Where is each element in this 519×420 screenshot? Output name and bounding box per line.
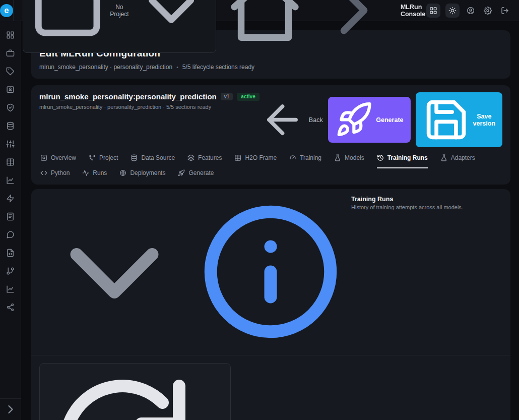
app-logo[interactable]: e xyxy=(0,0,14,21)
tab-label: Overview xyxy=(51,154,76,161)
tab-label: Deployments xyxy=(130,169,165,176)
tab-bar: OverviewProjectData SourceFeaturesH2O Fr… xyxy=(39,147,502,185)
workflows-icon xyxy=(6,303,15,312)
page-subtitle: mlrun_smoke_personality · personality_pr… xyxy=(39,64,502,71)
theme-toggle-icon xyxy=(448,7,457,15)
refresh-button[interactable]: Refresh xyxy=(39,363,231,420)
tab-h2o-frame[interactable]: H2O Frame xyxy=(234,154,277,168)
tab-features[interactable]: Features xyxy=(187,154,222,168)
automation-icon xyxy=(6,194,15,203)
overview-icon xyxy=(40,154,47,161)
sidebar-item-data[interactable] xyxy=(4,120,18,131)
activity-icon xyxy=(82,169,89,176)
code-files-icon xyxy=(6,249,15,257)
sidebar-item-versioning[interactable] xyxy=(4,265,18,276)
tab-label: Training xyxy=(300,154,321,161)
table-icon xyxy=(234,154,241,161)
folder-icon xyxy=(29,0,106,49)
chevron-right-icon xyxy=(313,0,395,51)
arrow-left-icon xyxy=(260,97,305,143)
tab-label: H2O Frame xyxy=(245,154,277,161)
tab-label: Data Source xyxy=(141,154,175,161)
tab-adapters[interactable]: Adapters xyxy=(440,154,475,168)
rocket-icon xyxy=(178,169,185,176)
collapse-section-button[interactable] xyxy=(39,198,190,349)
tab-label: Generate xyxy=(188,169,214,176)
chevron-right-icon xyxy=(4,402,18,416)
versioning-icon xyxy=(6,267,15,275)
layers-icon xyxy=(187,154,194,161)
tab-runs[interactable]: Runs xyxy=(82,169,107,184)
tab-deployments[interactable]: Deployments xyxy=(119,169,165,184)
settings-button[interactable] xyxy=(482,5,494,17)
home-icon xyxy=(224,0,305,51)
info-icon xyxy=(195,196,346,347)
generate-button[interactable]: Generate xyxy=(328,97,411,143)
sidebar-item-workflows[interactable] xyxy=(4,302,18,313)
project-selector-label: No Project xyxy=(110,4,128,18)
home-button[interactable] xyxy=(222,0,307,53)
tab-label: Training Runs xyxy=(387,154,428,161)
tab-label: Project xyxy=(99,154,118,161)
flask-icon xyxy=(334,154,341,161)
sidebar-item-code-files[interactable] xyxy=(4,247,18,258)
chevron-down-icon xyxy=(39,198,190,349)
sidebar xyxy=(0,21,21,420)
topbar-actions xyxy=(426,4,519,18)
pipelines-icon xyxy=(6,140,15,148)
sidebar-item-logs[interactable] xyxy=(4,211,18,222)
tab-generate[interactable]: Generate xyxy=(178,169,214,184)
save-version-button[interactable]: Save version xyxy=(416,92,503,147)
tab-label: Adapters xyxy=(451,154,475,161)
chat-icon xyxy=(6,230,15,239)
tab-training-runs[interactable]: Training Runs xyxy=(377,154,428,168)
sidebar-item-analytics[interactable] xyxy=(4,174,18,186)
project-icon xyxy=(89,154,96,161)
sidebar-item-tags[interactable] xyxy=(4,66,18,77)
tab-models[interactable]: Models xyxy=(334,154,364,168)
project-selector[interactable]: No Project xyxy=(23,0,216,53)
theme-toggle-button[interactable] xyxy=(445,4,460,18)
sidebar-item-tables[interactable] xyxy=(4,156,18,167)
tab-python[interactable]: Python xyxy=(40,169,70,184)
globe-icon xyxy=(119,169,126,176)
sidebar-item-automation[interactable] xyxy=(4,193,18,204)
logout-button[interactable] xyxy=(499,5,511,17)
tab-training[interactable]: Training xyxy=(289,154,321,168)
code-icon xyxy=(40,169,47,176)
tab-data-source[interactable]: Data Source xyxy=(131,154,175,168)
back-button[interactable]: Back xyxy=(260,97,323,143)
settings-icon xyxy=(484,7,492,15)
section-subtitle: History of training attempts across all … xyxy=(351,204,463,210)
sidebar-item-accounts[interactable] xyxy=(4,84,18,95)
config-subtitle: mlrun_smoke_personality · personality_pr… xyxy=(39,104,260,110)
training-runs-card: Training Runs History of training attemp… xyxy=(31,189,510,420)
tables-icon xyxy=(6,158,15,166)
account-button[interactable] xyxy=(465,5,477,17)
apps-grid-icon xyxy=(429,7,437,15)
sidebar-item-pipelines[interactable] xyxy=(4,138,18,149)
account-icon xyxy=(467,7,475,15)
sidebar-item-metrics[interactable] xyxy=(4,283,18,294)
section-title: Training Runs xyxy=(351,196,463,203)
sidebar-item-security[interactable] xyxy=(4,102,18,113)
apps-grid-button[interactable] xyxy=(426,4,440,18)
tab-overview[interactable]: Overview xyxy=(40,154,76,168)
tags-icon xyxy=(6,67,15,76)
version-badge: v1 xyxy=(221,93,233,100)
topbar: e No Project MLRun Console xyxy=(0,0,519,21)
topbar-location: MLRun Console xyxy=(401,4,426,18)
save-icon xyxy=(423,96,470,143)
sidebar-item-chat[interactable] xyxy=(4,229,18,240)
accounts-icon xyxy=(6,85,15,94)
tab-label: Runs xyxy=(93,169,107,176)
config-title: mlrun_smoke_personality:personality_pred… xyxy=(39,92,217,101)
analytics-icon xyxy=(6,176,15,185)
flask-icon xyxy=(440,154,447,161)
tab-project[interactable]: Project xyxy=(89,154,118,168)
logs-icon xyxy=(6,212,15,221)
config-card: mlrun_smoke_personality:personality_pred… xyxy=(31,85,510,185)
tab-label: Python xyxy=(51,169,70,176)
chevron-down-icon xyxy=(133,0,210,49)
sidebar-expand-button[interactable] xyxy=(4,404,18,415)
